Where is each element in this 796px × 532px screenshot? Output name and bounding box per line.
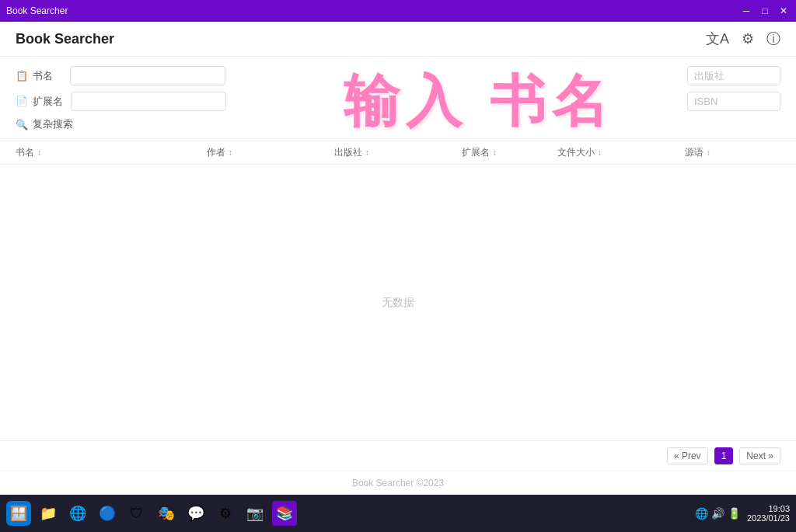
advanced-search-row[interactable]: 🔍 复杂搜索 — [16, 117, 780, 131]
app-window: Book Searcher 文A ⚙ ⓘ 输入 书名 📋 书名 📄 扩展名 — [0, 22, 796, 495]
app-footer: Book Searcher ©2023 — [0, 471, 796, 495]
pagination: « Prev 1 Next » — [0, 440, 796, 471]
taskbar-icon-1[interactable]: 🔵 — [95, 501, 120, 526]
taskbar-icon-3[interactable]: 🎭 — [154, 501, 179, 526]
taskbar-date: 2023/01/23 — [747, 513, 790, 523]
col-publisher-label: 出版社 — [334, 146, 362, 159]
title-input[interactable] — [70, 66, 225, 85]
extension-input[interactable] — [71, 92, 226, 111]
title-bar-controls: ─ □ ✕ — [740, 5, 790, 16]
results-table: 书名 ↕ 作者 ↕ 出版社 ↕ 扩展名 ↕ 文件大小 ↕ 源语 ↕ — [0, 141, 796, 440]
title-bar: Book Searcher ─ □ ✕ — [0, 0, 796, 22]
col-size-label: 文件大小 — [557, 146, 595, 159]
search-area: 输入 书名 📋 书名 📄 扩展名 🔍 复杂搜 — [0, 57, 796, 141]
advanced-search-label: 复杂搜索 — [33, 117, 73, 131]
isbn-input[interactable] — [687, 92, 780, 111]
col-header-author[interactable]: 作者 ↕ — [207, 146, 334, 159]
taskbar-clock: 19:03 2023/01/23 — [747, 504, 790, 523]
table-body: 无数据 — [0, 165, 796, 440]
search-row-author: 📄 扩展名 — [16, 92, 780, 111]
taskbar-explorer[interactable]: 📁 — [36, 501, 61, 526]
title-label: 📋 书名 — [16, 69, 62, 83]
taskbar-browser[interactable]: 🌐 — [65, 501, 90, 526]
col-title-label: 书名 — [16, 146, 34, 159]
translate-icon[interactable]: 文A — [706, 30, 729, 48]
col-author-sort: ↕ — [229, 148, 232, 157]
taskbar-time: 19:03 — [747, 504, 790, 513]
col-header-source[interactable]: 源语 ↕ — [685, 146, 780, 159]
col-author-label: 作者 — [207, 146, 225, 159]
col-header-publisher[interactable]: 出版社 ↕ — [334, 146, 462, 159]
search-row-title: 📋 书名 — [16, 66, 780, 85]
col-title-sort: ↕ — [37, 148, 41, 157]
title-label-text: 书名 — [33, 69, 53, 83]
taskbar-icon-5[interactable]: ⚙ — [213, 501, 238, 526]
col-source-sort: ↕ — [707, 148, 710, 157]
next-page-button[interactable]: Next » — [739, 447, 780, 464]
col-header-title[interactable]: 书名 ↕ — [16, 146, 207, 159]
taskbar-icon-6[interactable]: 📷 — [243, 501, 267, 526]
book-icon: 📋 — [16, 70, 28, 82]
taskbar-icon-4[interactable]: 💬 — [183, 501, 208, 526]
col-header-ext[interactable]: 扩展名 ↕ — [462, 146, 557, 159]
taskbar-right: 🌐 🔊 🔋 19:03 2023/01/23 — [695, 504, 790, 523]
app-title: Book Searcher — [16, 31, 114, 47]
col-publisher-sort: ↕ — [365, 148, 369, 157]
publisher-input[interactable] — [687, 66, 780, 85]
header-icons: 文A ⚙ ⓘ — [706, 30, 780, 48]
network-icon: 🌐 — [695, 507, 708, 520]
battery-icon: 🔋 — [728, 507, 741, 520]
taskbar-left: 🪟 📁 🌐 🔵 🛡 🎭 💬 ⚙ 📷 📚 — [6, 501, 297, 526]
taskbar: 🪟 📁 🌐 🔵 🛡 🎭 💬 ⚙ 📷 📚 🌐 🔊 🔋 19:03 2023/01/… — [0, 495, 796, 532]
current-page-button[interactable]: 1 — [714, 447, 734, 464]
col-header-size[interactable]: 文件大小 ↕ — [557, 146, 685, 159]
file-icon: 📄 — [16, 96, 28, 107]
app-header: Book Searcher 文A ⚙ ⓘ — [0, 22, 796, 57]
col-source-label: 源语 — [685, 146, 703, 159]
col-ext-sort: ↕ — [493, 148, 497, 157]
table-header: 书名 ↕ 作者 ↕ 出版社 ↕ 扩展名 ↕ 文件大小 ↕ 源语 ↕ — [0, 141, 796, 165]
volume-icon: 🔊 — [711, 507, 724, 520]
info-icon[interactable]: ⓘ — [766, 30, 780, 48]
footer-text: Book Searcher ©2023 — [352, 478, 444, 489]
title-bar-text: Book Searcher — [6, 5, 68, 16]
taskbar-booksearcher-icon[interactable]: 📚 — [272, 501, 297, 526]
no-data-message: 无数据 — [382, 296, 414, 310]
author-label: 📄 扩展名 — [16, 95, 63, 109]
taskbar-icon-2[interactable]: 🛡 — [124, 501, 149, 526]
start-button[interactable]: 🪟 — [6, 501, 31, 526]
col-ext-label: 扩展名 — [462, 146, 490, 159]
maximize-button[interactable]: □ — [759, 5, 771, 16]
author-label-text: 扩展名 — [33, 95, 63, 109]
taskbar-sys-icons: 🌐 🔊 🔋 — [695, 507, 741, 520]
minimize-button[interactable]: ─ — [740, 5, 752, 16]
prev-page-button[interactable]: « Prev — [667, 447, 708, 464]
col-size-sort: ↕ — [598, 148, 602, 157]
close-button[interactable]: ✕ — [777, 5, 790, 16]
advanced-icon: 🔍 — [16, 119, 28, 130]
settings-icon[interactable]: ⚙ — [742, 30, 754, 47]
